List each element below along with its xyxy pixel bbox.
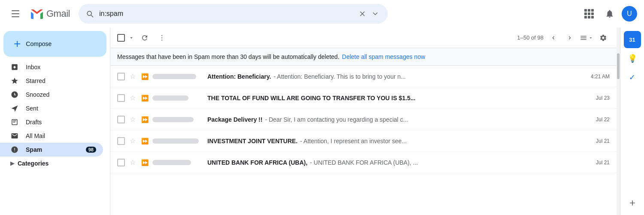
svg-point-2 (161, 40, 162, 40)
spam-icon (10, 145, 19, 154)
sidebar-item-starred[interactable]: Starred (0, 74, 103, 88)
categories-label: Categories (18, 160, 49, 167)
email-row[interactable]: ☆ ⏩ INVESTMENT JOINT VENTURE. - Attentio… (110, 130, 617, 152)
right-sidebar: 31 💡 ✓ (620, 28, 644, 215)
search-options-button[interactable] (370, 8, 381, 19)
email-snooze-3[interactable]: ⏩ (140, 137, 149, 145)
email-row[interactable]: ☆ ⏩ Package Delivery !! - Dear Sir, I am… (110, 109, 617, 130)
calendar-badge: 31 (629, 37, 635, 43)
email-preview-2: - Dear Sir, I am contacting you regardin… (265, 116, 408, 123)
more-options-button[interactable] (155, 31, 169, 45)
gmail-logo[interactable]: Gmail (29, 6, 70, 22)
sidebar-item-sent[interactable]: Sent (0, 101, 103, 115)
sent-icon (10, 104, 19, 113)
drafts-icon (10, 118, 19, 126)
snoozed-icon (10, 90, 19, 99)
snoozed-label: Snoozed (26, 91, 96, 98)
email-star-4[interactable]: ☆ (128, 158, 137, 167)
email-checkbox-4[interactable] (117, 159, 125, 166)
email-snooze-2[interactable]: ⏩ (140, 115, 149, 124)
sent-label: Sent (26, 105, 96, 112)
sidebar-item-spam[interactable]: Spam 98 (0, 143, 103, 157)
scrollbar[interactable] (617, 28, 620, 215)
apps-button[interactable] (580, 5, 598, 22)
email-snooze-4[interactable]: ⏩ (140, 158, 149, 167)
keep-button[interactable]: ✓ (624, 69, 641, 86)
compose-label: Compose (26, 40, 52, 47)
grid-icon (584, 9, 594, 18)
spam-notice-text: Messages that have been in Spam more tha… (117, 53, 340, 60)
search-bar (79, 4, 388, 24)
inbox-label: Inbox (26, 64, 96, 71)
main-layout: + Compose Inbox Starred Snoozed (0, 28, 644, 215)
select-dropdown-button[interactable] (128, 35, 134, 41)
email-row[interactable]: ☆ ⏩ Attention: Beneficiary. - Attention:… (110, 66, 617, 87)
email-time-2: Jul 22 (596, 117, 610, 123)
email-row[interactable]: ☆ ⏩ UNITED BANK FOR AFRICA (UBA), - UNIT… (110, 152, 617, 173)
email-time-1: Jul 23 (596, 95, 610, 101)
search-input[interactable] (99, 10, 357, 18)
previous-page-button[interactable] (547, 31, 560, 44)
email-rows: ☆ ⏩ Attention: Beneficiary. - Attention:… (110, 66, 617, 215)
add-addon-button[interactable] (624, 194, 641, 212)
sidebar-item-snoozed[interactable]: Snoozed (0, 88, 103, 101)
sidebar: + Compose Inbox Starred Snoozed (0, 28, 110, 215)
avatar[interactable]: U (622, 6, 637, 22)
email-preview-4: - UNITED BANK FOR AFRICA (UBA), ... (310, 159, 418, 166)
search-icon (85, 9, 94, 18)
calendar-button[interactable]: 31 (624, 31, 641, 48)
email-checkbox-3[interactable] (117, 137, 125, 145)
email-checkbox-0[interactable] (117, 73, 125, 80)
sidebar-item-drafts[interactable]: Drafts (0, 115, 103, 129)
all-mail-icon (10, 132, 19, 140)
email-time-3: Jul 21 (596, 138, 610, 144)
notifications-button[interactable] (601, 5, 618, 22)
email-content-1: THE TOTAL OF FUND WILL ARE GOING TO TRAN… (207, 95, 592, 101)
email-subject-2: Package Delivery !! (207, 116, 262, 123)
delete-spam-link[interactable]: Delete all spam messages now (342, 53, 425, 60)
email-list-area: 1–50 of 98 Messages that have been in Sp… (110, 28, 617, 215)
spam-label: Spam (26, 146, 79, 153)
email-preview-3: - Attention, I represent an investor see… (300, 138, 407, 144)
email-toolbar: 1–50 of 98 (110, 28, 617, 48)
email-content-3: INVESTMENT JOINT VENTURE. - Attention, I… (207, 138, 592, 144)
sidebar-item-all-mail[interactable]: All Mail (0, 129, 103, 143)
email-sender-1 (152, 95, 204, 101)
inbox-icon (10, 63, 19, 71)
email-time-4: Jul 21 (596, 160, 610, 166)
email-content-2: Package Delivery !! - Dear Sir, I am con… (207, 116, 592, 123)
email-subject-4: UNITED BANK FOR AFRICA (UBA), (207, 159, 307, 166)
menu-button[interactable] (7, 5, 24, 22)
scrollbar-thumb[interactable] (617, 53, 620, 79)
email-star-2[interactable]: ☆ (128, 115, 137, 124)
categories-arrow-icon: ▶ (10, 160, 14, 166)
top-right-actions: U (580, 5, 637, 22)
spam-notice: Messages that have been in Spam more tha… (110, 48, 617, 66)
email-checkbox-1[interactable] (117, 94, 125, 102)
email-sender-4 (152, 160, 204, 165)
email-content-0: Attention: Beneficiary. - Attention: Ben… (207, 73, 587, 80)
settings-button[interactable] (597, 31, 610, 44)
email-subject-3: INVESTMENT JOINT VENTURE. (207, 138, 298, 144)
next-page-button[interactable] (563, 31, 576, 44)
starred-icon (10, 77, 19, 85)
email-subject-0: Attention: Beneficiary. (207, 73, 271, 80)
density-button[interactable] (580, 34, 593, 42)
email-snooze-0[interactable]: ⏩ (140, 72, 149, 81)
toolbar-right: 1–50 of 98 (517, 31, 610, 44)
refresh-button[interactable] (138, 31, 152, 45)
search-clear-button[interactable] (357, 8, 368, 19)
pagination-text: 1–50 of 98 (517, 34, 544, 41)
sidebar-item-inbox[interactable]: Inbox (0, 60, 103, 74)
email-checkbox-2[interactable] (117, 116, 125, 123)
email-star-0[interactable]: ☆ (128, 72, 137, 81)
email-snooze-1[interactable]: ⏩ (140, 94, 149, 102)
compose-button[interactable]: + Compose (3, 31, 106, 57)
email-subject-1: THE TOTAL OF FUND WILL ARE GOING TO TRAN… (207, 95, 416, 101)
email-star-1[interactable]: ☆ (128, 94, 137, 102)
sidebar-item-categories[interactable]: ▶ Categories (0, 157, 103, 170)
select-all-checkbox[interactable] (117, 34, 125, 42)
email-star-3[interactable]: ☆ (128, 137, 137, 145)
tasks-button[interactable]: 💡 (624, 50, 641, 67)
email-row[interactable]: ☆ ⏩ THE TOTAL OF FUND WILL ARE GOING TO … (110, 87, 617, 109)
